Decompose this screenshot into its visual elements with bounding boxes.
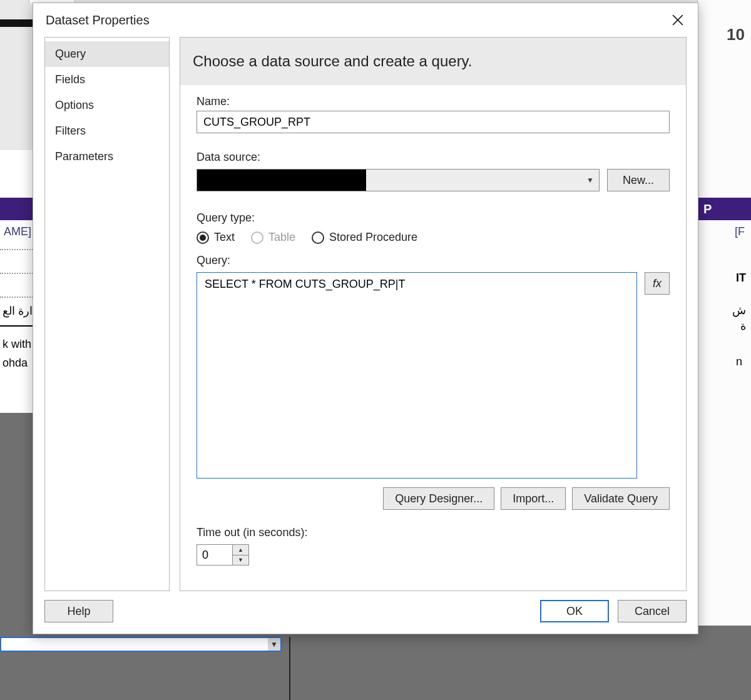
query-textarea[interactable] (197, 272, 637, 479)
nav-item-query[interactable]: Query (45, 41, 169, 67)
cancel-button[interactable]: Cancel (618, 600, 687, 622)
validate-query-button[interactable]: Validate Query (572, 487, 670, 510)
bg-right-n: n (736, 355, 742, 368)
button-label: New... (623, 174, 654, 187)
radio-stored-procedure[interactable]: Stored Procedure (312, 231, 417, 244)
nav-item-options[interactable]: Options (45, 93, 169, 118)
dialog-title: Dataset Properties (46, 13, 150, 28)
bg-vertical-rule (289, 637, 290, 700)
timeout-label: Time out (in seconds): (197, 526, 670, 539)
expression-button[interactable]: fx (645, 272, 670, 295)
radio-icon (197, 231, 209, 244)
button-label: Validate Query (584, 492, 658, 505)
query-type-group: Text Table Stored Procedure (197, 231, 670, 244)
button-label: Query Designer... (395, 492, 483, 505)
query-label: Query: (197, 254, 670, 267)
query-designer-button[interactable]: Query Designer... (383, 487, 494, 510)
bg-right-IT: IT (736, 271, 746, 285)
button-label: Cancel (635, 605, 670, 618)
dialog-side-nav: Query Fields Options Filters Parameters (44, 37, 170, 591)
close-icon (672, 14, 683, 26)
name-label: Name: (197, 95, 670, 108)
dataset-properties-dialog: Dataset Properties Query Fields Options … (33, 3, 698, 634)
data-source-label: Data source: (197, 151, 670, 164)
query-type-label: Query type: (197, 211, 670, 225)
dialog-main-panel: Choose a data source and create a query.… (180, 37, 687, 591)
bg-right-purple-cell: P (697, 198, 751, 220)
button-label: Help (67, 605, 90, 618)
chevron-down-icon[interactable]: ▼ (268, 638, 280, 651)
spin-up-button[interactable]: ▲ (233, 544, 249, 555)
bg-right-bracket: [F (735, 225, 745, 238)
nav-item-filters[interactable]: Filters (45, 118, 169, 144)
panel-heading: Choose a data source and create a query. (180, 38, 686, 85)
radio-label: Text (214, 231, 235, 244)
nav-item-fields[interactable]: Fields (45, 67, 169, 93)
import-button[interactable]: Import... (501, 487, 566, 510)
radio-icon (312, 231, 324, 244)
nav-item-label: Filters (55, 124, 86, 137)
fx-icon: fx (653, 277, 662, 290)
dialog-footer: Help OK Cancel (33, 591, 698, 634)
bg-text-frag: k with (3, 338, 31, 351)
dialog-titlebar: Dataset Properties (33, 3, 698, 37)
bg-text-frag: ohda (3, 357, 28, 370)
redacted-value (197, 170, 366, 191)
name-input[interactable] (197, 111, 670, 133)
chevron-down-icon: ▼ (586, 176, 594, 185)
bg-right-arabic: ش ة (732, 303, 746, 334)
button-label: Import... (513, 492, 554, 505)
radio-label: Table (268, 231, 295, 244)
bg-bottom-selector[interactable]: ▼ (0, 637, 282, 652)
timeout-spinner: ▲ ▼ (197, 544, 253, 566)
spin-down-button[interactable]: ▼ (233, 555, 249, 566)
nav-item-label: Query (55, 48, 86, 60)
nav-item-label: Options (55, 99, 94, 111)
close-button[interactable] (665, 8, 690, 33)
bg-placeholder-text: AME] (4, 225, 31, 238)
new-data-source-button[interactable]: New... (607, 169, 670, 191)
timeout-input[interactable] (197, 544, 233, 566)
button-label: OK (566, 605, 583, 618)
nav-item-label: Fields (55, 73, 85, 86)
bg-right-num: 10 (727, 25, 745, 44)
radio-label: Stored Procedure (329, 231, 417, 244)
radio-icon (251, 231, 263, 244)
radio-table[interactable]: Table (251, 231, 295, 244)
help-button[interactable]: Help (44, 600, 113, 622)
ok-button[interactable]: OK (540, 600, 609, 622)
data-source-select[interactable]: ▼ (197, 169, 600, 191)
nav-item-label: Parameters (55, 150, 113, 163)
nav-item-parameters[interactable]: Parameters (45, 144, 169, 170)
radio-text[interactable]: Text (197, 231, 235, 244)
